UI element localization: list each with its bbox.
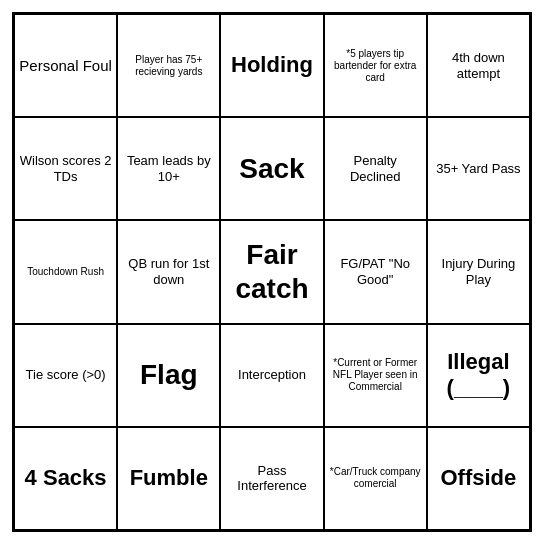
cell-r3c1: Flag (117, 324, 220, 427)
bingo-board: Personal FoulPlayer has 75+ recieving ya… (12, 12, 532, 532)
cell-r2c1: QB run for 1st down (117, 220, 220, 323)
cell-r3c0: Tie score (>0) (14, 324, 117, 427)
cell-text-r3c2: Interception (238, 367, 306, 383)
cell-text-r3c4: Illegal (____) (432, 349, 525, 402)
cell-text-r0c2: Holding (231, 52, 313, 78)
cell-text-r2c2: Fair catch (225, 238, 318, 305)
cell-r0c0: Personal Foul (14, 14, 117, 117)
cell-text-r2c4: Injury During Play (432, 256, 525, 287)
cell-text-r1c2: Sack (239, 152, 304, 186)
cell-r0c3: *5 players tip bartender for extra card (324, 14, 427, 117)
cell-text-r1c3: Penalty Declined (329, 153, 422, 184)
cell-text-r2c0: Touchdown Rush (27, 266, 104, 278)
cell-r4c3: *Car/Truck company comercial (324, 427, 427, 530)
cell-r1c1: Team leads by 10+ (117, 117, 220, 220)
cell-r3c3: *Current or Former NFL Player seen in Co… (324, 324, 427, 427)
cell-text-r4c3: *Car/Truck company comercial (329, 466, 422, 490)
cell-r0c2: Holding (220, 14, 323, 117)
cell-text-r4c0: 4 Sacks (25, 465, 107, 491)
cell-text-r0c0: Personal Foul (19, 57, 112, 75)
cell-text-r3c1: Flag (140, 358, 198, 392)
cell-r4c2: Pass Interference (220, 427, 323, 530)
cell-r1c4: 35+ Yard Pass (427, 117, 530, 220)
cell-r2c4: Injury During Play (427, 220, 530, 323)
cell-text-r0c4: 4th down attempt (432, 50, 525, 81)
cell-text-r3c3: *Current or Former NFL Player seen in Co… (329, 357, 422, 393)
cell-r1c3: Penalty Declined (324, 117, 427, 220)
cell-r3c2: Interception (220, 324, 323, 427)
cell-text-r4c2: Pass Interference (225, 463, 318, 494)
cell-r4c0: 4 Sacks (14, 427, 117, 530)
cell-text-r1c1: Team leads by 10+ (122, 153, 215, 184)
cell-r4c1: Fumble (117, 427, 220, 530)
cell-r3c4: Illegal (____) (427, 324, 530, 427)
cell-text-r0c3: *5 players tip bartender for extra card (329, 48, 422, 84)
cell-text-r3c0: Tie score (>0) (26, 367, 106, 383)
cell-text-r2c1: QB run for 1st down (122, 256, 215, 287)
cell-r1c0: Wilson scores 2 TDs (14, 117, 117, 220)
cell-r0c1: Player has 75+ recieving yards (117, 14, 220, 117)
cell-r2c0: Touchdown Rush (14, 220, 117, 323)
cell-text-r2c3: FG/PAT "No Good" (329, 256, 422, 287)
cell-r4c4: Offside (427, 427, 530, 530)
cell-r0c4: 4th down attempt (427, 14, 530, 117)
cell-text-r4c4: Offside (440, 465, 516, 491)
cell-r1c2: Sack (220, 117, 323, 220)
cell-text-r1c4: 35+ Yard Pass (436, 161, 520, 177)
cell-r2c2: Fair catch (220, 220, 323, 323)
cell-text-r4c1: Fumble (130, 465, 208, 491)
cell-text-r0c1: Player has 75+ recieving yards (122, 54, 215, 78)
cell-r2c3: FG/PAT "No Good" (324, 220, 427, 323)
cell-text-r1c0: Wilson scores 2 TDs (19, 153, 112, 184)
